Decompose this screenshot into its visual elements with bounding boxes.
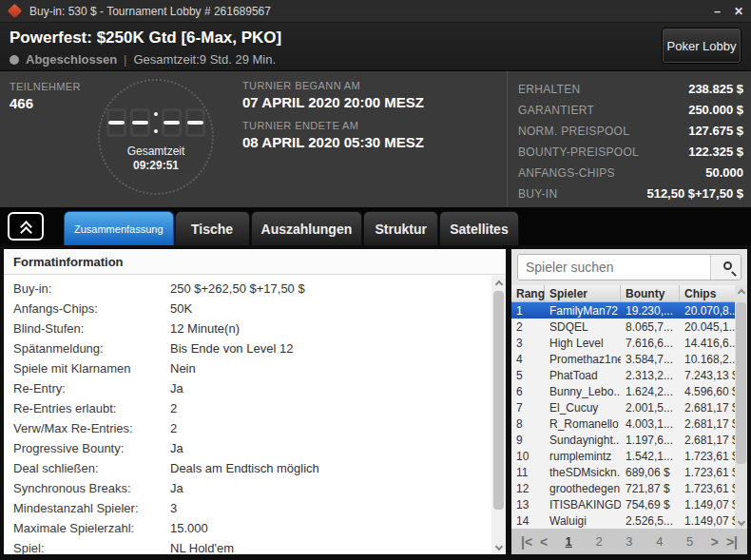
format-value: Nein bbox=[170, 361, 196, 376]
table-row[interactable]: 1FamilyMan7219.230,...20.070,8.. bbox=[511, 302, 747, 319]
stat-label: BOUNTY-PREISPOOL bbox=[518, 145, 639, 159]
column-header-rang[interactable]: Rang bbox=[511, 285, 545, 301]
chips-cell: 10.168,2.. bbox=[680, 353, 735, 366]
player-cell: Promethaz1ne bbox=[545, 353, 621, 366]
player-cell: High Level bbox=[545, 337, 621, 350]
table-row[interactable]: 10rumplemintz1.542,1...1.723,61 $ bbox=[511, 448, 747, 464]
stat-row: GARANTIERT250.000 $ bbox=[518, 103, 743, 124]
format-row: Re-Entry:Ja bbox=[13, 378, 506, 398]
last-page-icon[interactable]: >| bbox=[724, 534, 740, 550]
scroll-down-icon[interactable] bbox=[491, 541, 506, 554]
format-value: 12 Minute(n) bbox=[170, 321, 240, 336]
player-cell: SDQEL bbox=[545, 320, 621, 334]
table-row[interactable]: 13ITISBAKINGD..754,69 $1.149,07 $ bbox=[511, 496, 747, 512]
tab-struktur[interactable]: Struktur bbox=[363, 211, 438, 245]
format-value: Ja bbox=[170, 441, 183, 455]
page-numbers: 12345 bbox=[553, 534, 704, 549]
players-panel: RangSpielerBountyChips 1FamilyMan7219.23… bbox=[511, 249, 747, 554]
tab-satellites[interactable]: Satellites bbox=[439, 211, 518, 245]
prev-page-icon[interactable]: < bbox=[538, 534, 549, 550]
format-value: 3 bbox=[170, 501, 177, 515]
ended-value: 08 APRIL 2020 05:30 MESZ bbox=[242, 134, 424, 150]
participants-value: 466 bbox=[10, 95, 81, 111]
bounty-cell: 1.542,1... bbox=[621, 450, 680, 463]
close-icon[interactable]: ✕ bbox=[734, 6, 743, 17]
table-row[interactable]: 8R_Romanello4.003,1...2.681,17 $ bbox=[511, 415, 747, 432]
format-value: Bis Ende von Level 12 bbox=[170, 341, 293, 356]
tab-zusammenfassung[interactable]: Zusammenfassung bbox=[64, 211, 174, 245]
table-row[interactable]: 14Waluigi2.526,5...1.149,07 $ bbox=[511, 512, 747, 529]
bounty-cell: 1.624,2... bbox=[621, 385, 680, 398]
table-row[interactable]: 6Bunny_Lebo...1.624,2...4.596,60 $ bbox=[511, 383, 747, 399]
minimize-icon[interactable]: – bbox=[714, 6, 721, 17]
page-3[interactable]: 3 bbox=[623, 534, 635, 549]
format-row: Anfangs-Chips:50K bbox=[13, 299, 506, 319]
scroll-down-icon[interactable] bbox=[735, 517, 747, 529]
collapse-lobby-button[interactable] bbox=[8, 212, 44, 241]
status-text: Abgeschlossen bbox=[26, 52, 117, 67]
chips-cell: 1.149,07 $ bbox=[680, 498, 735, 512]
table-row[interactable]: 5PhatToad2.313,2...7.243,13 $ bbox=[511, 367, 747, 383]
rank-cell: 13 bbox=[511, 498, 545, 512]
column-header-chips[interactable]: Chips bbox=[680, 285, 735, 301]
table-row[interactable]: 2SDQEL8.065,7...20.045,1.. bbox=[511, 319, 747, 335]
table-row[interactable]: 7El_Cucuy2.001,5...2.681,17 $ bbox=[511, 399, 747, 415]
stat-value: 127.675 $ bbox=[688, 124, 743, 138]
page-4[interactable]: 4 bbox=[653, 534, 665, 549]
format-label: Spiele mit Klarnamen bbox=[13, 361, 170, 376]
tournament-dates: TURNIER BEGANN AM 07 APRIL 2020 20:00 ME… bbox=[242, 80, 424, 160]
format-value: 15.000 bbox=[170, 521, 208, 535]
search-button[interactable] bbox=[710, 255, 741, 280]
table-row[interactable]: 11theSDMsickn..689,06 $1.723,61 $ bbox=[511, 464, 747, 480]
stat-value: 238.825 $ bbox=[688, 82, 743, 96]
first-page-icon[interactable]: |< bbox=[519, 534, 534, 550]
scrollbar-thumb[interactable] bbox=[736, 302, 746, 464]
format-row: Synchronous Breaks:Ja bbox=[13, 478, 506, 498]
bounty-cell: 2.526,5... bbox=[621, 514, 680, 528]
page-5[interactable]: 5 bbox=[684, 534, 696, 549]
format-scrollbar[interactable] bbox=[491, 276, 506, 554]
table-row[interactable]: 4Promethaz1ne3.584,7...10.168,2.. bbox=[511, 351, 747, 367]
format-label: Buy-in: bbox=[13, 281, 170, 296]
player-cell: El_Cucuy bbox=[545, 401, 621, 415]
table-row[interactable]: 3High Level7.616,6...14.416,6.. bbox=[511, 335, 747, 351]
player-cell: Waluigi bbox=[545, 514, 621, 528]
clock-time: 09:29:51 bbox=[133, 159, 179, 172]
tab-tische[interactable]: Tische bbox=[175, 211, 250, 245]
format-label: Blind-Stufen: bbox=[13, 321, 170, 336]
page-2[interactable]: 2 bbox=[592, 534, 605, 549]
poker-lobby-button[interactable]: Poker Lobby bbox=[662, 28, 741, 64]
format-row: Spiele mit KlarnamenNein bbox=[13, 358, 506, 378]
column-header-bounty[interactable]: Bounty bbox=[621, 285, 680, 301]
player-search-input[interactable] bbox=[518, 255, 710, 280]
page-1[interactable]: 1 bbox=[563, 534, 575, 549]
rank-cell: 7 bbox=[511, 401, 545, 415]
column-header-spieler[interactable]: Spieler bbox=[545, 285, 621, 301]
bounty-cell: 754,69 $ bbox=[621, 498, 680, 512]
rank-cell: 1 bbox=[511, 304, 545, 318]
stat-label: ERHALTEN bbox=[518, 83, 581, 96]
bounty-cell: 4.003,1... bbox=[621, 417, 680, 431]
tab-bar: ZusammenfassungTischeAuszahlungenStruktu… bbox=[0, 207, 751, 245]
format-row: Deal schließen:Deals am Endtisch möglich bbox=[13, 458, 506, 478]
format-label: Re-Entry: bbox=[13, 381, 170, 396]
format-label: Re-Entries erlaubt: bbox=[13, 401, 170, 415]
status-dot-icon bbox=[10, 55, 19, 65]
format-label: Mindestanzahl Spieler: bbox=[13, 501, 170, 515]
format-label: Spätanmeldung: bbox=[13, 341, 170, 356]
tab-auszahlungen[interactable]: Auszahlungen bbox=[251, 211, 363, 245]
rank-cell: 12 bbox=[511, 482, 545, 495]
scroll-up-icon[interactable] bbox=[491, 276, 506, 289]
chips-cell: 14.416,6.. bbox=[680, 337, 735, 350]
format-row: Spätanmeldung:Bis Ende von Level 12 bbox=[13, 338, 506, 358]
table-row[interactable]: 12groothedegen721,87 $1.723,61 $ bbox=[511, 480, 747, 496]
next-page-icon[interactable]: > bbox=[709, 534, 721, 550]
players-scrollbar[interactable] bbox=[735, 285, 747, 529]
scroll-up-icon[interactable] bbox=[735, 285, 747, 297]
table-row[interactable]: 9Sundaynight..1.197,6...2.681,17 $ bbox=[511, 432, 747, 448]
scrollbar-thumb[interactable] bbox=[493, 291, 504, 510]
player-cell: groothedegen bbox=[545, 482, 621, 495]
format-row: Spiel:NL Hold'em bbox=[13, 538, 506, 558]
format-label: Progressive Bounty: bbox=[13, 441, 170, 455]
partypoker-diamond-icon bbox=[8, 4, 23, 19]
